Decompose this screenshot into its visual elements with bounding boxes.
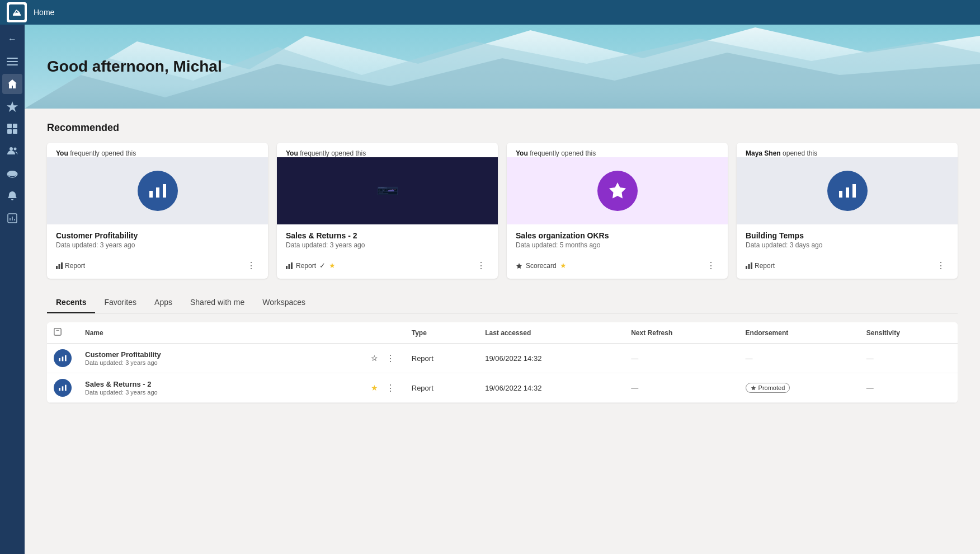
- svg-rect-26: [61, 262, 63, 269]
- favorites-icon[interactable]: [2, 96, 22, 116]
- row1-type: Report: [405, 344, 478, 373]
- svg-rect-8: [13, 129, 17, 134]
- metrics-icon[interactable]: [2, 208, 22, 228]
- svg-text:⛰: ⛰: [12, 8, 21, 17]
- card2-thumb: Microsoft ● Dashboard Store $3,996 Sales…: [277, 157, 498, 224]
- svg-rect-54: [286, 266, 288, 269]
- card4-meta: Data updated: 3 days ago: [746, 241, 949, 249]
- svg-rect-60: [852, 184, 856, 198]
- tabs-row: Recents Favorites Apps Shared with me Wo…: [47, 292, 958, 313]
- card2-name: Sales & Returns - 2: [286, 231, 489, 240]
- table-row: Customer Profitability Data updated: 3 y…: [47, 344, 958, 373]
- tab-favorites[interactable]: Favorites: [95, 292, 145, 313]
- card1-meta: Data updated: 3 years ago: [56, 241, 259, 249]
- tab-recents[interactable]: Recents: [47, 292, 95, 313]
- card2-context-bold: You: [286, 149, 298, 157]
- row2-subtitle: Data updated: 3 years ago: [85, 389, 158, 396]
- svg-rect-44: [391, 190, 392, 191]
- people-icon[interactable]: [2, 141, 22, 161]
- topbar: ⛰ Home: [0, 0, 980, 25]
- svg-rect-59: [846, 187, 849, 198]
- tab-shared[interactable]: Shared with me: [181, 292, 253, 313]
- svg-rect-53: [384, 194, 388, 194]
- card1-more-button[interactable]: ⋮: [243, 259, 259, 272]
- card2-context-text: frequently opened this: [300, 149, 366, 157]
- svg-rect-48: [393, 190, 394, 191]
- svg-rect-41: [389, 190, 390, 191]
- back-icon[interactable]: ←: [2, 29, 22, 49]
- svg-rect-22: [156, 187, 159, 198]
- card-customer-profitability[interactable]: You frequently opened this Customer Prof…: [47, 143, 268, 279]
- svg-rect-21: [149, 191, 153, 198]
- row1-endorsement: —: [739, 344, 860, 373]
- svg-rect-68: [65, 355, 67, 361]
- card-sales-okrs[interactable]: You frequently opened this Sales organiz…: [507, 143, 728, 279]
- card1-type: Report: [56, 262, 85, 270]
- card3-type: Scorecard ★: [516, 261, 567, 270]
- svg-rect-5: [7, 124, 12, 128]
- card2-more-button[interactable]: ⋮: [473, 259, 489, 272]
- recommended-title: Recommended: [47, 122, 958, 134]
- card4-more-button[interactable]: ⋮: [933, 259, 949, 272]
- card3-star-icon[interactable]: ★: [560, 261, 567, 270]
- card-building-temps[interactable]: Maya Shen opened this Building Temps Dat…: [737, 143, 958, 279]
- col-name: Name: [78, 322, 405, 344]
- svg-rect-69: [59, 388, 60, 391]
- recommended-cards: You frequently opened this Customer Prof…: [47, 143, 958, 279]
- row2-more-button[interactable]: ⋮: [383, 382, 398, 395]
- svg-rect-56: [291, 262, 293, 269]
- card2-star-icon[interactable]: ★: [329, 261, 336, 270]
- row1-icon: [54, 349, 72, 367]
- svg-rect-63: [751, 262, 752, 269]
- row2-actions: ★ ⋮: [369, 382, 398, 395]
- col-icon: [47, 322, 78, 344]
- data-hub-icon[interactable]: [2, 163, 22, 184]
- row1-star-button[interactable]: ☆: [369, 353, 380, 364]
- row1-more-button[interactable]: ⋮: [383, 352, 398, 365]
- row2-endorsement: Promoted: [739, 373, 860, 403]
- row1-name[interactable]: Customer Profitability: [85, 350, 161, 359]
- svg-rect-25: [59, 264, 60, 269]
- svg-rect-39: [388, 190, 389, 191]
- card3-more-button[interactable]: ⋮: [703, 259, 719, 272]
- svg-rect-40: [389, 190, 389, 191]
- home-icon[interactable]: [2, 74, 22, 94]
- col-last-accessed: Last accessed: [478, 322, 624, 344]
- svg-rect-55: [289, 264, 290, 269]
- svg-rect-23: [163, 184, 166, 198]
- tab-workspaces[interactable]: Workspaces: [253, 292, 314, 313]
- card1-thumb: [47, 157, 268, 224]
- card3-meta: Data updated: 5 months ago: [516, 241, 719, 249]
- menu-icon[interactable]: [2, 51, 22, 72]
- card3-context-text: frequently opened this: [530, 149, 596, 157]
- svg-point-11: [7, 171, 17, 176]
- main-content: Good afternoon, Michal Recommended You f…: [25, 25, 980, 554]
- svg-rect-24: [56, 266, 58, 269]
- svg-rect-6: [13, 124, 17, 128]
- table-row: Sales & Returns - 2 Data updated: 3 year…: [47, 373, 958, 403]
- svg-point-10: [14, 148, 17, 151]
- card-sales-returns[interactable]: You frequently opened this Microsoft ● D…: [277, 143, 498, 279]
- sidebar: ←: [0, 25, 25, 554]
- card3-type-label: Scorecard: [526, 262, 557, 270]
- tab-apps[interactable]: Apps: [145, 292, 181, 313]
- col-sensitivity: Sensitivity: [860, 322, 958, 344]
- row2-name[interactable]: Sales & Returns - 2: [85, 380, 158, 388]
- card3-context-bold: You: [516, 149, 528, 157]
- svg-point-9: [10, 147, 13, 151]
- card4-thumb: [737, 157, 958, 224]
- row2-type: Report: [405, 373, 478, 403]
- workspace-icon[interactable]: [2, 119, 22, 139]
- alerts-icon[interactable]: [2, 186, 22, 206]
- row2-star-button[interactable]: ★: [369, 382, 380, 393]
- card4-icon: [827, 171, 868, 211]
- row1-subtitle: Data updated: 3 years ago: [85, 359, 161, 366]
- hero-banner: Good afternoon, Michal: [25, 25, 980, 109]
- row2-endorsement-badge: Promoted: [746, 383, 790, 393]
- table-wrap: Name Type Last accessed Next Refresh End…: [47, 322, 958, 403]
- svg-rect-47: [393, 190, 393, 191]
- row1-actions: ☆ ⋮: [369, 352, 398, 365]
- svg-rect-64: [54, 328, 61, 335]
- card1-context-bold: You: [56, 149, 68, 157]
- recommended-section: Recommended You frequently opened this C…: [25, 109, 980, 292]
